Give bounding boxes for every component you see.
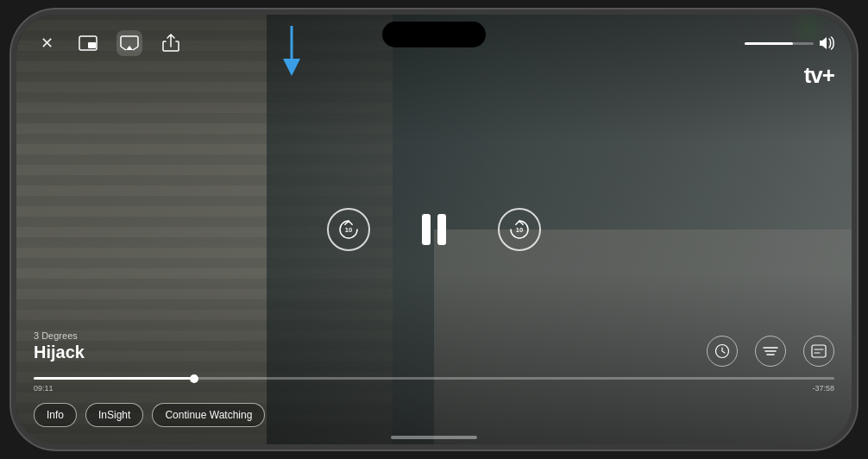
svg-rect-9 <box>812 345 826 357</box>
continue-watching-button[interactable]: Continue Watching <box>152 403 265 427</box>
volume-up-button[interactable] <box>11 123 12 166</box>
appletv-logo: tv+ <box>802 62 834 89</box>
time-labels: 09:11 -37:58 <box>34 384 834 393</box>
top-right-controls <box>745 36 834 50</box>
remaining-time: -37:58 <box>812 384 834 393</box>
phone-wrapper: ✕ <box>0 0 868 459</box>
svg-marker-1 <box>283 59 300 76</box>
blue-arrow-indicator <box>279 26 305 81</box>
center-controls: 10 10 <box>327 208 541 251</box>
audio-button[interactable] <box>755 336 786 367</box>
subtitles-button[interactable] <box>803 336 834 367</box>
svg-text:10: 10 <box>345 226 352 234</box>
svg-line-4 <box>121 47 126 50</box>
playback-speed-button[interactable] <box>707 336 738 367</box>
info-button[interactable]: Info <box>34 403 77 427</box>
pip-button[interactable] <box>75 30 101 56</box>
progress-area[interactable]: 09:11 -37:58 <box>16 377 852 393</box>
mute-button[interactable] <box>11 84 12 110</box>
bottom-right-icons <box>707 336 834 367</box>
volume-control[interactable] <box>745 36 834 50</box>
svg-line-5 <box>133 47 138 50</box>
volume-track <box>745 42 814 45</box>
volume-down-button[interactable] <box>11 174 12 217</box>
tv-plus-text: tv+ <box>804 62 834 89</box>
pause-bar-left <box>422 214 431 245</box>
dynamic-island <box>382 22 486 47</box>
airplay-button[interactable] <box>116 30 142 56</box>
screen: ✕ <box>16 15 852 444</box>
rewind-button[interactable]: 10 <box>327 208 370 251</box>
insight-button[interactable]: InSight <box>85 403 143 427</box>
show-title: 3 Degrees <box>34 330 85 341</box>
share-button[interactable] <box>158 30 184 56</box>
current-time: 09:11 <box>34 384 53 393</box>
episode-title: Hijack <box>34 343 85 362</box>
progress-thumb <box>190 374 198 383</box>
phone-shell: ✕ <box>11 9 857 450</box>
top-left-controls: ✕ <box>34 30 184 56</box>
forward-button[interactable]: 10 <box>498 208 541 251</box>
bottom-pills: Info InSight Continue Watching <box>34 403 265 427</box>
svg-rect-3 <box>88 42 96 48</box>
volume-fill <box>745 42 793 45</box>
pause-button[interactable] <box>422 214 446 245</box>
svg-text:10: 10 <box>516 226 523 234</box>
home-indicator <box>391 436 477 439</box>
close-button[interactable]: ✕ <box>34 30 60 56</box>
pause-bar-right <box>437 214 446 245</box>
progress-track[interactable] <box>34 377 834 380</box>
power-button[interactable] <box>856 127 857 196</box>
progress-fill <box>34 377 194 380</box>
title-info: 3 Degrees Hijack <box>34 330 85 362</box>
